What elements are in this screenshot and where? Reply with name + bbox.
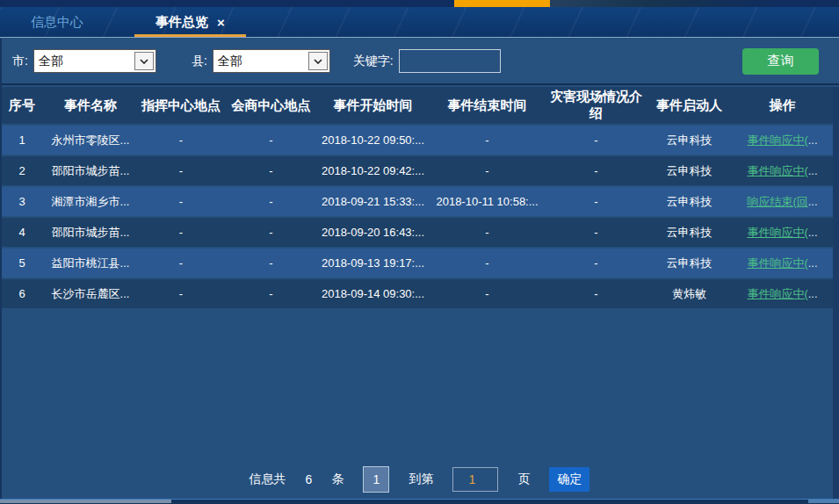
operation-ellipsis: ... — [808, 287, 818, 300]
cell-start-time: 2018-09-20 16:43:... — [317, 226, 429, 239]
cell-name: 长沙市岳麓区... — [44, 286, 137, 302]
cell-end-time: - — [429, 287, 546, 300]
cell-start-time: 2018-09-13 19:17:... — [317, 256, 429, 270]
chevron-down-icon — [134, 52, 154, 70]
cell-no: 1 — [0, 133, 44, 147]
cell-starter: 云申科技 — [647, 133, 732, 148]
city-select-value: 全部 — [34, 50, 133, 72]
city-select[interactable]: 全部 — [33, 49, 156, 73]
city-label: 市: — [12, 54, 28, 69]
page-button[interactable]: 1 — [363, 466, 389, 493]
operation-link[interactable]: 事件响应中( — [747, 164, 807, 177]
column-header-operation: 操作 — [732, 97, 833, 114]
cell-name: 永州市零陵区... — [44, 133, 137, 148]
column-header-end-time: 事件结束时间 — [429, 97, 546, 114]
cell-start-time: 2018-09-21 15:33:... — [317, 195, 429, 208]
county-label: 县: — [192, 54, 207, 69]
confirm-button[interactable]: 确定 — [549, 467, 589, 492]
cell-consult: - — [225, 164, 317, 177]
operation-ellipsis: ... — [808, 226, 818, 239]
cell-desc: - — [546, 133, 647, 147]
county-select[interactable]: 全部 — [213, 49, 330, 73]
horizontal-scrollbar[interactable] — [0, 499, 839, 504]
cell-start-time: 2018-10-22 09:50:... — [317, 133, 429, 147]
vertical-scrollbar[interactable] — [833, 87, 839, 499]
search-button[interactable]: 查询 — [742, 48, 819, 75]
close-icon[interactable]: × — [217, 16, 225, 29]
tab-label: 事件总览 — [156, 14, 208, 31]
cell-command: - — [137, 195, 225, 208]
cell-end-time: 2018-10-11 10:58:... — [429, 195, 546, 208]
cell-operation: 事件响应中(... — [732, 225, 833, 241]
keyword-input[interactable] — [399, 49, 501, 73]
operation-ellipsis: ... — [808, 195, 818, 208]
cell-start-time: 2018-09-14 09:30:... — [317, 287, 429, 300]
operation-link[interactable]: 事件响应中( — [747, 133, 807, 147]
pagination-bar: 信息共 6 条 1 到第 页 确定 — [0, 465, 839, 493]
event-overview-window: 信息中心 事件总览 × 市: 全部 县: 全部 关键字: 查询 序号 事件 — [0, 0, 839, 504]
cell-name: 邵阳市城步苗... — [44, 225, 137, 241]
column-header-command-center: 指挥中心地点 — [137, 97, 225, 114]
cell-no: 4 — [0, 226, 44, 239]
tab-label: 信息中心 — [31, 14, 83, 31]
cell-consult: - — [225, 195, 317, 208]
cell-desc: - — [546, 195, 647, 208]
operation-link[interactable]: 事件响应中( — [747, 256, 807, 270]
table-body: 1 永州市零陵区... - - 2018-10-22 09:50:... - -… — [0, 126, 833, 310]
left-edge — [0, 39, 2, 499]
total-suffix-label: 条 — [331, 472, 344, 487]
column-header-start-time: 事件开始时间 — [317, 97, 429, 114]
chevron-down-icon — [308, 52, 328, 70]
page-suffix-label: 页 — [517, 472, 530, 487]
table-row[interactable]: 1 永州市零陵区... - - 2018-10-22 09:50:... - -… — [0, 126, 833, 155]
cell-consult: - — [225, 133, 317, 147]
column-header-consult-center: 会商中心地点 — [225, 97, 317, 114]
table-row[interactable]: 5 益阳市桃江县... - - 2018-09-13 19:17:... - -… — [0, 248, 833, 277]
scrollbar-thumb[interactable] — [0, 500, 171, 503]
table-row[interactable]: 3 湘潭市湘乡市... - - 2018-09-21 15:33:... 201… — [0, 187, 833, 216]
cell-consult: - — [225, 287, 317, 300]
table-row[interactable]: 2 邵阳市城步苗... - - 2018-10-22 09:42:... - -… — [0, 156, 833, 185]
cell-operation: 事件响应中(... — [732, 256, 833, 271]
cell-name: 邵阳市城步苗... — [44, 163, 137, 179]
cell-desc: - — [546, 256, 647, 270]
goto-label: 到第 — [409, 472, 433, 487]
tab-bar: 信息中心 事件总览 × — [0, 7, 839, 38]
cell-desc: - — [546, 226, 647, 239]
cell-starter: 黄炜敏 — [647, 286, 732, 302]
top-header-strip — [0, 0, 839, 7]
tab-event-overview[interactable]: 事件总览 × — [134, 7, 246, 37]
cell-operation: 事件响应中(... — [732, 133, 833, 148]
cell-desc: - — [546, 287, 647, 300]
table-row[interactable]: 6 长沙市岳麓区... - - 2018-09-14 09:30:... - -… — [0, 279, 833, 308]
keyword-label: 关键字: — [353, 54, 394, 69]
cell-name: 益阳市桃江县... — [44, 256, 137, 271]
cell-command: - — [137, 164, 225, 177]
cell-operation: 事件响应中(... — [732, 163, 833, 179]
cell-name: 湘潭市湘乡市... — [44, 194, 137, 210]
cell-command: - — [137, 133, 225, 147]
column-header-no: 序号 — [0, 97, 44, 114]
cell-starter: 云申科技 — [647, 163, 732, 179]
cell-no: 3 — [0, 195, 44, 208]
cell-end-time: - — [429, 226, 546, 239]
cell-start-time: 2018-10-22 09:42:... — [317, 164, 429, 177]
cell-end-time: - — [429, 256, 546, 270]
cell-starter: 云申科技 — [647, 225, 732, 241]
cell-command: - — [137, 226, 225, 239]
top-accent-bar — [454, 0, 550, 7]
operation-ellipsis: ... — [808, 164, 818, 177]
cell-consult: - — [225, 256, 317, 270]
cell-consult: - — [225, 226, 317, 239]
operation-link[interactable]: 响应结束(回 — [747, 195, 807, 208]
table-row[interactable]: 4 邵阳市城步苗... - - 2018-09-20 16:43:... - -… — [0, 218, 833, 247]
total-prefix-label: 信息共 — [250, 472, 286, 487]
cell-end-time: - — [429, 133, 546, 147]
filter-bar: 市: 全部 县: 全部 关键字: 查询 — [0, 39, 839, 85]
goto-page-input[interactable] — [452, 467, 498, 492]
operation-link[interactable]: 事件响应中( — [747, 287, 807, 300]
operation-link[interactable]: 事件响应中( — [747, 226, 807, 239]
column-header-scene-desc: 灾害现场情况介绍 — [546, 89, 647, 122]
tab-info-center[interactable]: 信息中心 — [10, 7, 105, 37]
cell-command: - — [137, 287, 225, 300]
